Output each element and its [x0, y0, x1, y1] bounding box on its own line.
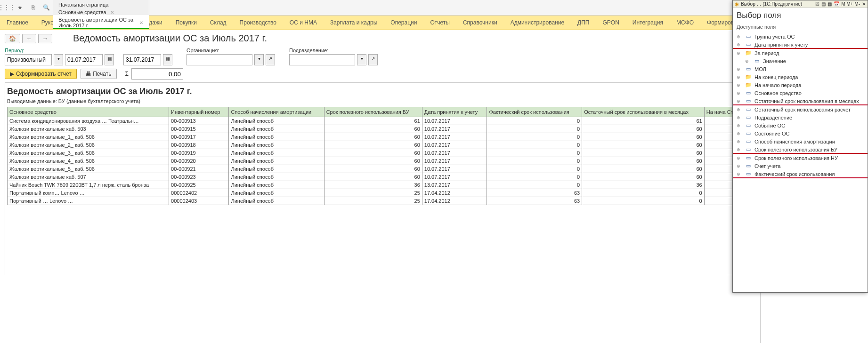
table-row[interactable]: Портативный комп… Lenovo …000002402Линей…	[8, 189, 753, 197]
menu-item[interactable]: Производство	[233, 17, 283, 28]
period-mode-dd-icon[interactable]: ▾	[54, 54, 63, 65]
expand-icon[interactable]: ⊕	[737, 123, 742, 128]
link-icon[interactable]: ⎘	[26, 0, 40, 15]
date-from-cal-icon[interactable]: ▦	[105, 54, 114, 65]
tree-item[interactable]: ⊕▭Значение	[733, 57, 868, 65]
expand-icon[interactable]: ⊕	[737, 107, 742, 112]
period-mode-select[interactable]	[5, 54, 52, 65]
home-button[interactable]: 🏠	[5, 34, 20, 43]
run-report-button[interactable]: ▶Сформировать отчет	[5, 69, 77, 79]
expand-icon[interactable]: ⊕	[737, 156, 742, 160]
table-row[interactable]: Жалюзи вертикальные_2_ каб. 50600-000918…	[8, 141, 753, 149]
tree-item[interactable]: ⊕▭Способ начисления амортизации	[733, 137, 868, 145]
search-icon[interactable]: 🔍	[40, 0, 53, 15]
tree-item[interactable]: ⊕▭МОЛ	[733, 65, 868, 73]
calc-btn[interactable]: M	[841, 1, 845, 7]
tree-item[interactable]: ⊕▭Событие ОС	[733, 121, 868, 129]
table-row[interactable]: Жалюзи вертикальные_1_ каб. 50600-000917…	[8, 133, 753, 141]
calc-btn[interactable]: M+	[845, 1, 853, 7]
menu-item[interactable]: Покупки	[169, 17, 203, 28]
field-icon: ▭	[754, 58, 760, 64]
expand-icon[interactable]: ⊕	[737, 91, 742, 96]
table-row[interactable]: Чайник Bosch TWK 7809 2200ВТ 1,7 л нерж.…	[8, 181, 753, 189]
menu-item[interactable]: Интеграция	[626, 17, 670, 28]
tree-item[interactable]: ⊕▭Состояние ОС	[733, 129, 868, 137]
menu-item[interactable]: Склад	[203, 17, 233, 28]
close-icon[interactable]: ✕	[862, 1, 866, 7]
tree-item[interactable]: ⊕▭Счет учета	[733, 162, 868, 170]
date-to-input[interactable]	[123, 54, 161, 65]
date-from-input[interactable]	[65, 54, 103, 65]
menu-item[interactable]: Операции	[384, 17, 423, 28]
tree-item[interactable]: ⊕▭Остаточный срок использования в месяца…	[733, 97, 868, 105]
app-tab[interactable]: Начальная страница	[53, 0, 149, 8]
expand-icon[interactable]: ⊕	[737, 83, 742, 88]
tab-close-icon[interactable]: ✕	[110, 10, 114, 15]
tb-btn4[interactable]: 📅	[834, 1, 839, 7]
tree-item[interactable]: ⊕▭Дата принятия к учету	[733, 40, 868, 49]
calc-btn[interactable]: M-	[853, 1, 860, 7]
tree-label: Группа учета ОС	[754, 34, 795, 40]
app-tab[interactable]: Основные средства✕	[53, 8, 149, 15]
menu-item[interactable]: Администрирование	[504, 17, 571, 28]
forward-button[interactable]: →	[38, 34, 52, 43]
tb-btn2[interactable]: ▤	[821, 1, 826, 7]
tree-item[interactable]: ⊕📁На начало периода	[733, 81, 868, 89]
dept-input[interactable]	[289, 54, 355, 65]
expand-icon[interactable]: ⊕	[737, 75, 742, 80]
menu-item[interactable]: Главное	[0, 17, 35, 28]
tree-item[interactable]: ⊕📁На конец периода	[733, 73, 868, 81]
star-icon[interactable]: ★	[13, 0, 26, 15]
menu-item[interactable]: Отчеты	[423, 17, 456, 28]
org-dd-icon[interactable]: ▾	[254, 54, 264, 65]
menu-item[interactable]: ДПП	[571, 17, 596, 28]
menu-item[interactable]: GPON	[596, 17, 625, 28]
expand-icon[interactable]: ⊕	[737, 115, 742, 120]
org-input[interactable]	[187, 54, 252, 65]
app-tab[interactable]: Ведомость амортизации ОС за Июль 2017 г.…	[53, 15, 149, 29]
expand-icon[interactable]: ⊕	[745, 59, 751, 64]
table-row[interactable]: Жалюзи вертикальные каб. 50700-000923Лин…	[8, 173, 753, 181]
tree-item[interactable]: ⊕▭Подразделение	[733, 113, 868, 121]
table-row[interactable]: Система кондиционирования воздуха … Теат…	[8, 117, 753, 125]
expand-icon[interactable]: ⊕	[737, 51, 742, 56]
tree-label: Срок полезного использования БУ	[754, 147, 837, 152]
tree-item[interactable]: ⊕▭Основное средство	[733, 89, 868, 97]
expand-icon[interactable]: ⊕	[737, 42, 742, 47]
tb-btn1[interactable]: ☒	[815, 1, 819, 7]
expand-icon[interactable]: ⊕	[737, 99, 742, 104]
expand-icon[interactable]: ⊕	[737, 34, 742, 39]
org-open-icon[interactable]: ↗	[266, 54, 275, 65]
print-button[interactable]: 🖶 Печать	[81, 69, 117, 79]
expand-icon[interactable]: ⊕	[737, 147, 742, 152]
tree-item[interactable]: ⊕▭Срок полезного использования НУ	[733, 154, 868, 162]
tree-item[interactable]: ⊕▭Срок полезного использования БУ	[733, 145, 868, 154]
table-row[interactable]: Жалюзи вертикальные_3_ каб. 50600-000919…	[8, 149, 753, 157]
tree-label: За период	[754, 50, 779, 56]
expand-icon[interactable]: ⊕	[737, 67, 742, 72]
menu-item[interactable]: МСФО	[670, 17, 700, 28]
menu-item[interactable]: Зарплата и кадры	[324, 17, 384, 28]
expand-icon[interactable]: ⊕	[737, 164, 742, 168]
menu-item[interactable]: ОС и НМА	[283, 17, 324, 28]
tree-item[interactable]: ⊕📁За период	[733, 49, 868, 57]
tree-item[interactable]: ⊕▭Остаточный срок использования расчет	[733, 105, 868, 113]
tree-item[interactable]: ⊕▭Группа учета ОС	[733, 32, 868, 40]
table-row[interactable]: Жалюзи вертикальные каб. 50300-000915Лин…	[8, 125, 753, 133]
tb-btn3[interactable]: ▦	[827, 1, 832, 7]
tab-close-icon[interactable]: ✕	[139, 20, 143, 25]
table-row[interactable]: Портативный … Lenovo …000002403Линейный …	[8, 197, 753, 205]
table-row[interactable]: Жалюзи вертикальные_4_ каб. 50600-000920…	[8, 157, 753, 165]
table-row[interactable]: Жалюзи вертикальные_5_ каб. 50600-000921…	[8, 165, 753, 173]
menu-item[interactable]: Справочники	[456, 17, 504, 28]
dept-open-icon[interactable]: ↗	[368, 54, 378, 65]
tree-item[interactable]: ⊕▭Фактический срок использования	[733, 170, 868, 178]
back-button[interactable]: ←	[22, 34, 36, 43]
sum-field[interactable]	[131, 68, 183, 80]
dept-dd-icon[interactable]: ▾	[357, 54, 366, 65]
date-to-cal-icon[interactable]: ▦	[163, 54, 172, 65]
expand-icon[interactable]: ⊕	[737, 172, 742, 176]
expand-icon[interactable]: ⊕	[737, 139, 742, 144]
apps-icon[interactable]: ⋮⋮⋮	[0, 0, 13, 15]
expand-icon[interactable]: ⊕	[737, 131, 742, 136]
